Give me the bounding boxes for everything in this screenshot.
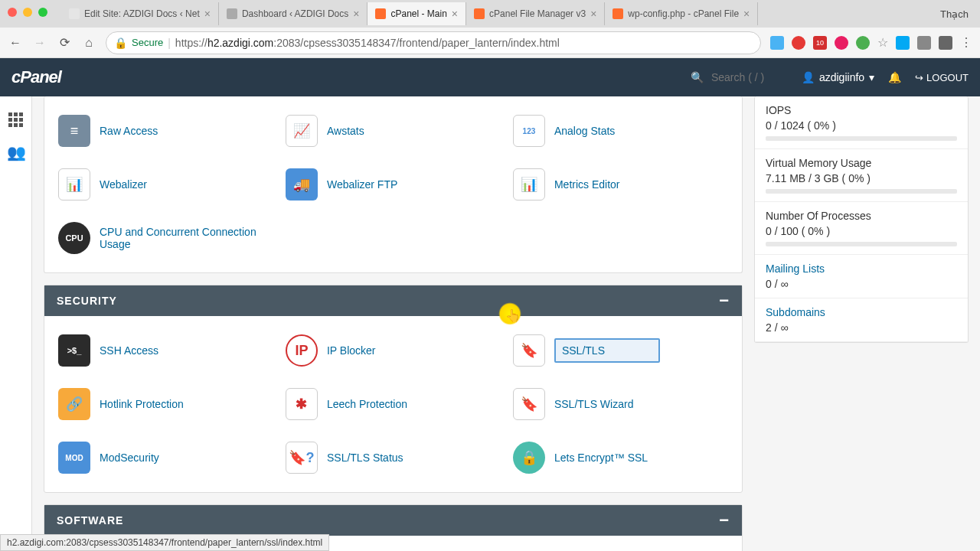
favicon (612, 8, 623, 19)
app-label: Raw Access (100, 125, 158, 137)
security-panel: SECURITY − >$_SSH AccessIPIP Blocker🔖SSL… (44, 285, 743, 493)
user-label: azdigiinfo (819, 71, 864, 83)
browser-tab[interactable]: cPanel File Manager v3× (466, 2, 605, 25)
ext-icon[interactable] (939, 36, 952, 50)
app-icon: 🔖 (513, 388, 545, 420)
browser-tab[interactable]: Edit Site: AZDIGI Docs ‹ Net× (61, 2, 219, 25)
app-label: ModSecurity (100, 452, 159, 464)
collapse-button[interactable]: − (719, 515, 730, 526)
stat-label: Subdomains (766, 306, 957, 318)
ext-icon[interactable] (835, 36, 848, 50)
app-item[interactable]: 📊Metrics Editor (507, 158, 734, 211)
sidebar-apps[interactable] (0, 104, 32, 136)
app-icon: 123 (513, 115, 545, 147)
close-icon[interactable]: × (452, 8, 458, 20)
app-icon: MOD (58, 442, 90, 474)
close-icon[interactable]: × (743, 8, 750, 20)
app-icon: 🔖 (513, 334, 545, 367)
back-button[interactable]: ← (8, 35, 23, 51)
bell-icon[interactable]: 🔔 (888, 71, 901, 83)
svg-rect-4 (14, 118, 18, 122)
close-icon[interactable]: × (204, 8, 211, 20)
search-input[interactable] (711, 71, 788, 83)
extensions: 10 ☆ ⋮ (770, 35, 972, 50)
app-label: Metrics Editor (554, 178, 620, 191)
app-item[interactable]: MODModSecurity (52, 431, 279, 484)
app-item[interactable]: 123Analog Stats (507, 104, 734, 158)
ext-icon[interactable] (896, 36, 910, 50)
panel-title: SECURITY (57, 295, 117, 307)
stat-row[interactable]: Mailing Lists0 / ∞ (755, 255, 968, 298)
lock-icon: 🔒 (114, 37, 127, 49)
app-icon: 📊 (513, 168, 545, 201)
tab-label: cPanel - Main (390, 8, 446, 19)
app-item[interactable]: IPIP Blocker (279, 324, 507, 377)
sidebar-users[interactable]: 👥 (0, 136, 32, 168)
app-item[interactable]: 📊Webalizer (52, 158, 279, 211)
svg-rect-5 (19, 118, 23, 122)
app-item[interactable]: 🚚Webalizer FTP (279, 158, 507, 211)
ext-icon[interactable] (770, 36, 784, 50)
app-icon: 🚚 (286, 168, 318, 201)
app-item[interactable]: 🔖?SSL/TLS Status (279, 431, 507, 484)
app-label: Lets Encrypt™ SSL (554, 452, 648, 464)
tab-label: wp-config.php - cPanel File (628, 8, 739, 19)
ext-icon[interactable] (856, 36, 870, 50)
stat-row: IOPS0 / 1024 ( 0% ) (755, 96, 968, 149)
search-icon[interactable]: 🔍 (691, 71, 704, 83)
star-icon[interactable]: ☆ (877, 35, 888, 50)
cpanel-header: cPanel 🔍 👤 azdigiinfo ▾ 🔔 ↪ LOGOUT (0, 58, 980, 96)
app-item[interactable]: 🔖SSL/TLS Wizard (507, 377, 734, 431)
app-icon: 📊 (58, 168, 90, 201)
app-item[interactable]: 🔒Lets Encrypt™ SSL (507, 431, 734, 484)
mac-minimize[interactable] (23, 8, 32, 17)
stat-label: Number Of Processes (766, 210, 957, 222)
app-label: Leech Protection (327, 398, 407, 410)
address-bar: ← → ⟳ ⌂ 🔒 Secure | https://h2.azdigi.com… (0, 28, 980, 58)
ext-icon[interactable]: 10 (813, 36, 827, 50)
app-item[interactable]: 📈Awstats (279, 104, 507, 158)
mac-close[interactable] (8, 8, 17, 17)
app-icon: CPU (58, 222, 90, 254)
logout-button[interactable]: ↪ LOGOUT (915, 72, 969, 83)
stat-row[interactable]: Subdomains2 / ∞ (755, 298, 968, 342)
app-item[interactable]: 🔖SSL/TLS (507, 324, 734, 377)
chevron-down-icon: ▾ (869, 71, 874, 83)
browser-profile[interactable]: Thạch (929, 8, 980, 20)
url-text: https://h2.azdigi.com:2083/cpsess3035148… (175, 37, 753, 49)
close-icon[interactable]: × (353, 8, 359, 20)
stat-value: 7.11 MB / 3 GB ( 0% ) (766, 172, 957, 184)
browser-tab[interactable]: wp-config.php - cPanel File× (605, 2, 758, 25)
app-item[interactable]: 🔗Hotlink Protection (52, 377, 279, 431)
stat-label: Virtual Memory Usage (766, 157, 957, 169)
collapse-button[interactable]: − (719, 295, 730, 306)
app-item[interactable]: ✱Leech Protection (279, 377, 507, 431)
stat-value: 0 / ∞ (766, 278, 957, 290)
reload-button[interactable]: ⟳ (57, 35, 72, 51)
app-item[interactable]: ≡Raw Access (52, 104, 279, 158)
ext-icon[interactable] (917, 36, 931, 50)
mac-zoom[interactable] (38, 8, 47, 17)
app-item[interactable]: 🍐PHP PEAR Packages (507, 543, 734, 551)
stat-row: Number Of Processes0 / 100 ( 0% ) (755, 202, 968, 255)
ext-icon[interactable] (792, 36, 805, 50)
sidebar-nav: 👥 (0, 96, 32, 551)
browser-tab[interactable]: cPanel - Main× (368, 2, 466, 25)
home-button[interactable]: ⌂ (81, 35, 96, 51)
cpanel-logo[interactable]: cPanel (11, 67, 61, 87)
stat-value: 0 / 100 ( 0% ) (766, 225, 957, 237)
close-icon[interactable]: × (590, 8, 596, 20)
app-item[interactable]: CPUCPU and Concurrent Connection Usage (52, 211, 279, 265)
browser-tab[interactable]: Dashboard ‹ AZDIGI Docs× (219, 2, 368, 25)
favicon (474, 8, 485, 19)
svg-rect-6 (8, 123, 12, 127)
app-label: SSL/TLS (554, 338, 660, 363)
tab-label: Edit Site: AZDIGI Docs ‹ Net (84, 8, 200, 19)
cursor-icon: 👆 (505, 308, 521, 323)
app-item[interactable]: >$_SSH Access (52, 324, 279, 377)
menu-icon[interactable]: ⋮ (960, 35, 972, 50)
app-label: Webalizer FTP (327, 178, 397, 191)
user-menu[interactable]: 👤 azdigiinfo ▾ (802, 71, 874, 83)
user-icon: 👤 (802, 71, 815, 83)
url-input[interactable]: 🔒 Secure | https://h2.azdigi.com:2083/cp… (106, 31, 761, 54)
